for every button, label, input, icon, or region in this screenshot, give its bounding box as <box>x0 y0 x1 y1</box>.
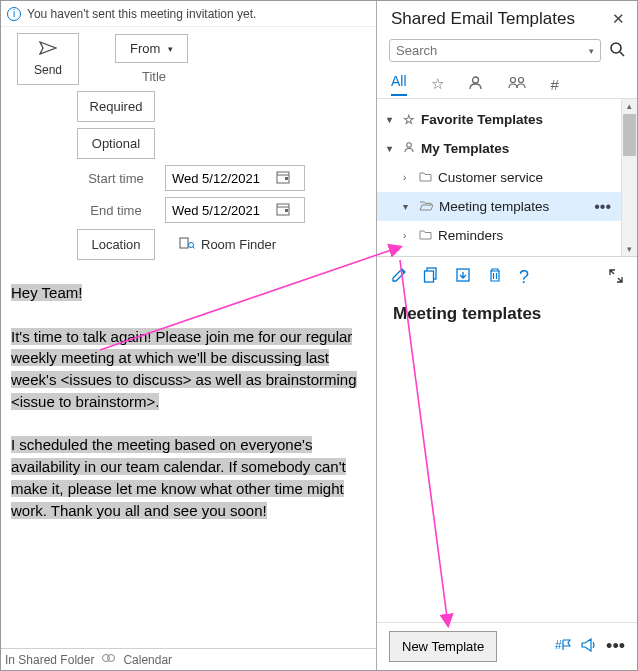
room-finder-button[interactable]: Room Finder <box>179 236 276 253</box>
meeting-editor-pane: i You haven't sent this meeting invitati… <box>1 1 377 670</box>
body-p2: I scheduled the meeting based on everyon… <box>11 436 346 518</box>
from-button[interactable]: From ▾ <box>115 34 188 63</box>
send-button[interactable]: Send <box>17 33 79 85</box>
tree-item-customer-service[interactable]: › Customer service <box>377 163 621 192</box>
person-icon[interactable] <box>468 75 483 93</box>
svg-rect-18 <box>425 271 434 282</box>
calendar-small-icon <box>102 652 115 667</box>
room-finder-label: Room Finder <box>201 237 276 252</box>
tree-favorites[interactable]: ▾ ☆ Favorite Templates <box>377 105 621 134</box>
svg-point-11 <box>611 43 621 53</box>
section-heading: Meeting templates <box>377 296 637 332</box>
body-greeting: Hey Team! <box>11 284 82 301</box>
tree-label: Customer service <box>438 170 543 185</box>
chevron-down-icon: ▾ <box>387 143 399 154</box>
new-template-button[interactable]: New Template <box>389 631 497 662</box>
search-icon[interactable] <box>609 41 625 60</box>
scroll-down-icon[interactable]: ▾ <box>622 242 637 256</box>
tree-label: My Templates <box>421 141 509 156</box>
star-icon: ☆ <box>403 112 415 127</box>
person-icon <box>403 141 415 156</box>
template-toolbar: ? <box>377 257 637 296</box>
search-input[interactable] <box>396 43 589 58</box>
chevron-down-icon: ▾ <box>387 114 399 125</box>
info-icon: i <box>7 7 21 21</box>
close-icon[interactable]: ✕ <box>612 10 625 28</box>
copy-icon[interactable] <box>423 267 439 288</box>
from-label: From <box>130 41 160 56</box>
calendar-icon[interactable] <box>276 202 290 219</box>
svg-point-7 <box>189 243 194 248</box>
svg-rect-2 <box>285 177 288 180</box>
chevron-down-icon[interactable]: ▾ <box>589 46 594 56</box>
svg-point-14 <box>510 78 515 83</box>
filter-tabs: All ☆ # <box>377 66 637 99</box>
svg-point-13 <box>472 77 478 83</box>
room-finder-icon <box>179 236 195 253</box>
panel-title: Shared Email Templates <box>391 9 575 29</box>
status-bar: In Shared Folder Calendar <box>1 648 376 670</box>
info-text: You haven't sent this meeting invitation… <box>27 7 256 21</box>
group-icon[interactable] <box>507 75 527 93</box>
templates-pane: Shared Email Templates ✕ ▾ All ☆ # <box>377 1 637 670</box>
hash-flag-icon[interactable]: # <box>555 638 571 655</box>
svg-rect-6 <box>180 238 188 248</box>
svg-point-10 <box>108 655 115 662</box>
start-time-label: Start time <box>77 171 155 186</box>
hash-icon[interactable]: # <box>551 76 559 93</box>
folder-icon <box>419 228 432 243</box>
template-content-area <box>377 332 637 622</box>
chevron-down-icon: ▾ <box>168 44 173 54</box>
status-view: Calendar <box>123 653 172 667</box>
svg-point-16 <box>407 143 412 148</box>
tree-label: Meeting templates <box>439 199 549 214</box>
panel-footer: New Template # ••• <box>377 622 637 670</box>
send-icon <box>39 41 57 59</box>
status-folder: In Shared Folder <box>5 653 94 667</box>
scrollbar[interactable]: ▴ ▾ <box>621 99 637 256</box>
svg-rect-5 <box>285 209 288 212</box>
start-time-field[interactable] <box>165 165 305 191</box>
folder-icon <box>419 170 432 185</box>
svg-line-12 <box>620 52 624 56</box>
title-label: Title <box>115 69 193 84</box>
svg-line-8 <box>193 247 195 249</box>
import-icon[interactable] <box>455 267 471 288</box>
end-time-label: End time <box>77 203 155 218</box>
optional-button[interactable]: Optional <box>77 128 155 159</box>
more-icon[interactable]: ••• <box>594 198 621 216</box>
tab-all[interactable]: All <box>391 73 407 96</box>
template-tree: ▾ ☆ Favorite Templates ▾ My Templates › <box>377 99 621 256</box>
body-p1: It's time to talk again! Please join me … <box>11 328 357 410</box>
end-time-field[interactable] <box>165 197 305 223</box>
chevron-down-icon: ▾ <box>403 201 415 212</box>
folder-open-icon <box>419 199 433 214</box>
required-button[interactable]: Required <box>77 91 155 122</box>
message-body[interactable]: Hey Team! It's time to talk again! Pleas… <box>1 272 376 648</box>
star-icon[interactable]: ☆ <box>431 75 444 93</box>
tree-label: Reminders <box>438 228 503 243</box>
svg-text:#: # <box>555 638 562 652</box>
scroll-up-icon[interactable]: ▴ <box>622 99 637 113</box>
tree-label: Favorite Templates <box>421 112 543 127</box>
tree-my-templates[interactable]: ▾ My Templates <box>377 134 621 163</box>
delete-icon[interactable] <box>487 267 503 288</box>
svg-point-15 <box>518 78 523 83</box>
calendar-icon[interactable] <box>276 170 290 187</box>
chevron-right-icon: › <box>403 230 415 241</box>
edit-icon[interactable] <box>391 267 407 288</box>
info-bar: i You haven't sent this meeting invitati… <box>1 1 376 27</box>
send-label: Send <box>34 63 62 77</box>
announce-icon[interactable] <box>581 638 596 655</box>
start-time-input[interactable] <box>166 167 276 190</box>
end-time-input[interactable] <box>166 199 276 222</box>
chevron-right-icon: › <box>403 172 415 183</box>
tree-item-reminders[interactable]: › Reminders <box>377 221 621 250</box>
expand-icon[interactable] <box>609 269 623 286</box>
scroll-thumb[interactable] <box>623 114 636 156</box>
tree-item-meeting-templates[interactable]: ▾ Meeting templates ••• <box>377 192 621 221</box>
search-box[interactable]: ▾ <box>389 39 601 62</box>
help-icon[interactable]: ? <box>519 267 529 288</box>
more-icon[interactable]: ••• <box>606 636 625 657</box>
location-button[interactable]: Location <box>77 229 155 260</box>
